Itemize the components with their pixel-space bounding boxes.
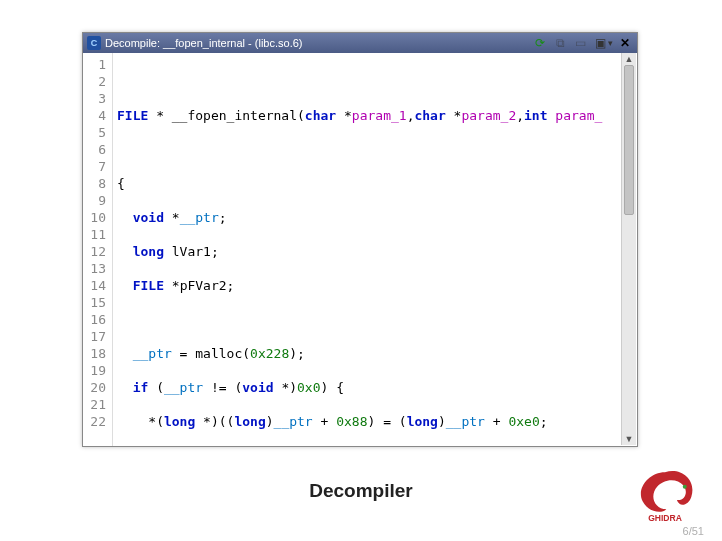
scroll-down-icon[interactable]: ▼	[622, 433, 636, 445]
scroll-up-icon[interactable]: ▲	[622, 53, 636, 65]
vertical-scrollbar[interactable]: ▲ ▼	[621, 53, 636, 445]
code-line: long lVar1;	[117, 243, 637, 260]
svg-point-0	[683, 485, 687, 489]
snapshot-icon[interactable]: ▭	[572, 35, 588, 51]
code-line: if (__ptr != (void *)0x0) {	[117, 379, 637, 396]
chevron-down-icon[interactable]: ▾	[608, 38, 613, 48]
code-line: FILE *pFVar2;	[117, 277, 637, 294]
code-line	[117, 73, 637, 90]
slide-caption: Decompiler	[0, 480, 722, 502]
app-icon: C	[87, 36, 101, 50]
code-area[interactable]: 123 456 789 101112 131415 161718 192021 …	[83, 53, 637, 446]
code-line: __ptr = malloc(0x228);	[117, 345, 637, 362]
code-line: FILE * __fopen_internal(char *param_1,ch…	[117, 107, 637, 124]
refresh-icon[interactable]: ⟳	[532, 35, 548, 51]
decompile-window: C Decompile: __fopen_internal - (libc.so…	[82, 32, 638, 447]
code-line: void *__ptr;	[117, 209, 637, 226]
page-number: 6/51	[683, 525, 704, 537]
code-line	[117, 141, 637, 158]
titlebar: C Decompile: __fopen_internal - (libc.so…	[83, 33, 637, 53]
svg-text:GHIDRA: GHIDRA	[648, 513, 682, 523]
code-line: *(long *)((long)__ptr + 0x88) = (long)__…	[117, 413, 637, 430]
scroll-thumb[interactable]	[624, 65, 634, 215]
close-icon[interactable]: ✕	[617, 35, 633, 51]
ghidra-logo: GHIDRA	[632, 467, 698, 523]
camera-icon[interactable]: ▣	[592, 35, 608, 51]
code-line: {	[117, 175, 637, 192]
copy-icon[interactable]: ⧉	[552, 35, 568, 51]
line-gutter: 123 456 789 101112 131415 161718 192021 …	[83, 53, 113, 446]
code-line	[117, 311, 637, 328]
window-title: Decompile: __fopen_internal - (libc.so.6…	[105, 37, 528, 49]
code-lines[interactable]: FILE * __fopen_internal(char *param_1,ch…	[113, 53, 637, 446]
